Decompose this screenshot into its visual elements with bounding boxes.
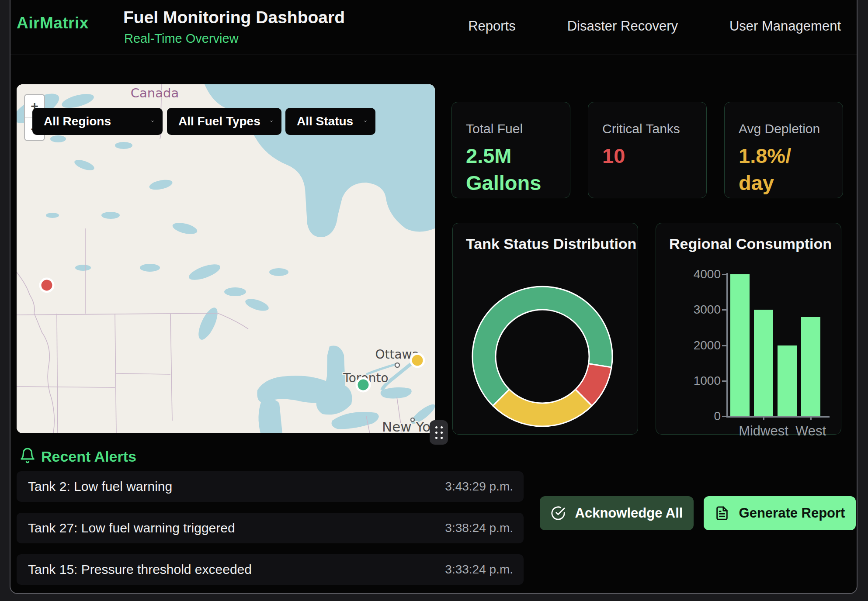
x-axis-line [726, 416, 830, 418]
bar-region-1 [730, 274, 750, 416]
page-subtitle: Real-Time Overview [124, 31, 239, 46]
x-tick-mark [763, 416, 764, 420]
dashboard: AirMatrix Fuel Monitoring Dashboard Real… [0, 0, 868, 601]
alert-message: Tank 27: Low fuel warning triggered [28, 521, 235, 535]
check-circle-icon [551, 506, 566, 521]
y-tick-mark [722, 274, 727, 275]
donut-segment-warning [493, 390, 592, 426]
tank-status-chart-card: Tank Status Distribution [452, 223, 638, 435]
filter-fuel-types-label: All Fuel Types [178, 114, 260, 128]
x-tick-mark [810, 416, 812, 420]
alert-timestamp: 3:43:29 p.m. [445, 480, 513, 494]
map-drag-handle-icon[interactable] [430, 420, 448, 445]
brand-logo: AirMatrix [17, 14, 89, 32]
y-tick-mark [722, 309, 727, 311]
filter-status-dropdown[interactable]: All Status [285, 108, 375, 135]
header-divider [10, 55, 857, 55]
stat-value: 2.5M Gallons [466, 142, 557, 197]
fuel-map[interactable]: Canada Ottawa Toronto New York [17, 84, 435, 433]
generate-report-label: Generate Report [739, 505, 845, 521]
alert-row[interactable]: Tank 15: Pressure threshold exceeded 3:3… [17, 554, 524, 585]
stat-value: 10 [602, 142, 693, 169]
y-tick-label: 1000 [668, 374, 721, 388]
page-title: Fuel Monitoring Dashboard [123, 8, 345, 27]
chevron-down-icon [262, 118, 273, 125]
stat-card-avg-depletion: Avg Depletion 1.8%/ day [724, 102, 843, 198]
bell-icon [19, 447, 36, 464]
stat-label: Total Fuel [466, 121, 557, 136]
alert-timestamp: 3:33:24 p.m. [445, 563, 513, 577]
x-tick-label: Midwest [739, 423, 788, 439]
acknowledge-all-label: Acknowledge All [575, 505, 683, 521]
chevron-down-icon [356, 118, 367, 125]
map-label-country: Canada [131, 86, 179, 100]
alert-message: Tank 2: Low fuel warning [28, 479, 172, 494]
regional-consumption-chart-card: Regional Consumption 01000200030004000Mi… [656, 223, 841, 435]
alert-row[interactable]: Tank 2: Low fuel warning 3:43:29 p.m. [17, 471, 524, 502]
filter-regions-dropdown[interactable]: All Regions [32, 108, 163, 135]
y-tick-mark [722, 345, 727, 346]
chart-title: Tank Status Distribution [466, 235, 636, 252]
y-tick-label: 4000 [668, 267, 721, 281]
nav-user-management[interactable]: User Management [729, 18, 841, 34]
stat-value: 1.8%/ day [739, 142, 830, 197]
nav-reports[interactable]: Reports [468, 18, 516, 34]
map-marker-warning[interactable] [411, 354, 424, 367]
alert-timestamp: 3:38:24 p.m. [445, 521, 513, 535]
x-tick-label: West [795, 423, 826, 439]
alerts-heading: Recent Alerts [41, 448, 136, 465]
bar-West [801, 317, 820, 417]
filter-regions-label: All Regions [44, 114, 111, 128]
alert-row[interactable]: Tank 27: Low fuel warning triggered 3:38… [17, 513, 524, 543]
top-nav: Reports Disaster Recovery User Managemen… [468, 18, 841, 34]
generate-report-button[interactable]: Generate Report [704, 496, 856, 530]
map-marker-normal[interactable] [357, 378, 370, 391]
donut-chart [453, 223, 639, 435]
stat-label: Critical Tanks [602, 121, 693, 136]
stat-label: Avg Depletion [739, 121, 830, 136]
filter-status-label: All Status [297, 114, 353, 128]
bar-Midwest [754, 310, 773, 416]
y-tick-label: 0 [668, 409, 721, 423]
chevron-down-icon [143, 118, 154, 125]
map-label-city-new-york: New York [382, 419, 435, 433]
y-tick-label: 2000 [668, 338, 721, 352]
nav-disaster-recovery[interactable]: Disaster Recovery [567, 18, 678, 34]
acknowledge-all-button[interactable]: Acknowledge All [540, 496, 694, 530]
bar-chart: 01000200030004000MidwestWest [656, 223, 842, 435]
bar-region-3 [778, 345, 797, 417]
stat-card-total-fuel: Total Fuel 2.5M Gallons [451, 102, 570, 198]
alert-message: Tank 15: Pressure threshold exceeded [28, 562, 252, 577]
y-tick-mark [722, 416, 727, 417]
map-geography: Canada Ottawa Toronto New York [17, 84, 435, 433]
y-tick-label: 3000 [668, 303, 721, 317]
y-tick-mark [722, 380, 727, 382]
filter-fuel-types-dropdown[interactable]: All Fuel Types [167, 108, 281, 135]
map-marker-critical[interactable] [40, 279, 53, 292]
file-text-icon [715, 506, 729, 521]
stat-card-critical-tanks: Critical Tanks 10 [588, 102, 707, 198]
